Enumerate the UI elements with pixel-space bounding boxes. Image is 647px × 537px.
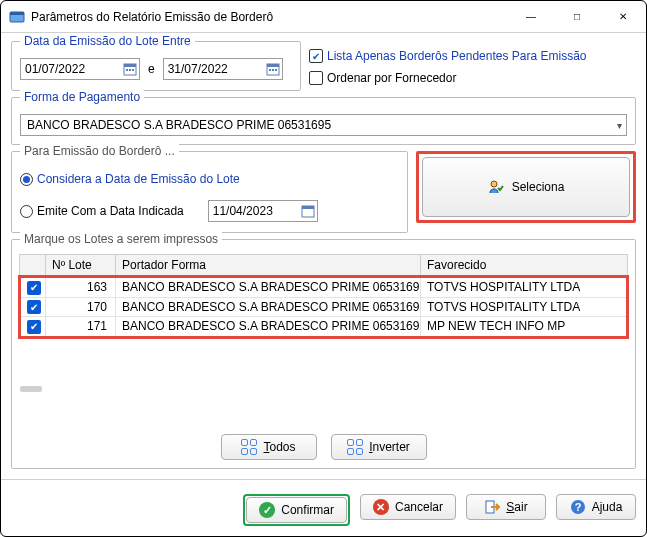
help-icon: ? [570, 499, 586, 515]
cell-favorecido: TOTVS HOSPITALITY LTDA [421, 297, 628, 317]
pending-only-checkbox[interactable]: Lista Apenas Borderôs Pendentes Para Emi… [309, 47, 636, 65]
select-button-label: Seleciona [512, 180, 565, 194]
cell-favorecido: TOTVS HOSPITALITY LTDA [421, 277, 628, 298]
order-by-supplier-label: Ordenar por Fornecedor [327, 71, 456, 85]
payment-method-legend: Forma de Pagamento [20, 90, 144, 104]
cell-portador: BANCO BRADESCO S.A BRADESCO PRIME 065316… [116, 277, 421, 298]
col-check[interactable] [20, 255, 46, 277]
row-checkbox[interactable] [27, 300, 41, 314]
confirm-label: Confirmar [281, 503, 334, 517]
svg-rect-8 [267, 64, 279, 67]
svg-rect-6 [132, 69, 134, 71]
dialog-buttons: ✓ Confirmar ✕ Cancelar Sair ? Ajuda [11, 492, 636, 526]
cancel-label: Cancelar [395, 500, 443, 514]
calendar-icon[interactable] [123, 62, 137, 76]
calendar-icon[interactable] [266, 62, 280, 76]
emit-date-input[interactable]: 11/04/2023 [208, 200, 318, 222]
emission-legend: Para Emissão do Borderô ... [20, 144, 179, 158]
confirm-button[interactable]: ✓ Confirmar [246, 497, 347, 523]
grid-resize-grip[interactable] [20, 386, 42, 392]
row-checkbox[interactable] [27, 281, 41, 295]
close-button[interactable]: ✕ [600, 1, 646, 33]
lots-table-group: Marque os Lotes a serem impressos Nº Lot… [11, 239, 636, 469]
minimize-button[interactable]: — [508, 1, 554, 33]
invert-selection-button[interactable]: Inverter [331, 434, 427, 460]
select-button-highlight: Seleciona [416, 151, 636, 223]
radio-considers-lot-date[interactable]: Considera a Data de Emissão do Lote [20, 170, 399, 188]
exit-label-rest: air [514, 500, 527, 514]
bordero-report-params-window: Parâmetros do Relatório Emissão de Borde… [0, 0, 647, 537]
select-button[interactable]: Seleciona [422, 157, 630, 217]
row-checkbox[interactable] [27, 320, 41, 334]
cell-lote: 163 [46, 277, 116, 298]
lots-table: Nº Lote Portador Forma Favorecido 163BAN… [18, 254, 629, 339]
radio-considers-label: Considera a Data de Emissão do Lote [37, 172, 240, 186]
app-icon [9, 9, 25, 25]
emission-group: Para Emissão do Borderô ... Considera a … [11, 151, 408, 233]
select-all-button[interactable]: Todos [221, 434, 317, 460]
svg-rect-9 [269, 69, 271, 71]
svg-text:?: ? [574, 501, 581, 513]
svg-rect-4 [126, 69, 128, 71]
grid-icon [347, 439, 363, 455]
pending-only-label: Lista Apenas Borderôs Pendentes Para Emi… [327, 49, 587, 63]
order-by-supplier-checkbox[interactable]: Ordenar por Fornecedor [309, 69, 636, 87]
payment-method-value: BANCO BRADESCO S.A BRADESCO PRIME 065316… [27, 118, 331, 132]
date-separator: e [148, 62, 155, 76]
svg-rect-1 [10, 12, 24, 15]
cell-lote: 170 [46, 297, 116, 317]
radio-icon [20, 205, 33, 218]
grid-icon [241, 439, 257, 455]
check-circle-icon: ✓ [259, 502, 275, 518]
cell-portador: BANCO BRADESCO S.A BRADESCO PRIME 065316… [116, 297, 421, 317]
svg-rect-11 [275, 69, 277, 71]
client-area: Data da Emissão do Lote Entre 01/07/2022… [1, 33, 646, 536]
svg-rect-10 [272, 69, 274, 71]
svg-rect-13 [302, 206, 314, 209]
date-to-value: 31/07/2022 [168, 62, 228, 76]
table-row[interactable]: 171BANCO BRADESCO S.A BRADESCO PRIME 065… [20, 317, 628, 338]
chevron-down-icon: ▾ [617, 120, 622, 131]
calendar-icon[interactable] [301, 204, 315, 218]
payment-method-group: Forma de Pagamento BANCO BRADESCO S.A BR… [11, 97, 636, 145]
help-button[interactable]: ? Ajuda [556, 494, 636, 520]
col-lote[interactable]: Nº Lote [46, 255, 116, 277]
cancel-button[interactable]: ✕ Cancelar [360, 494, 456, 520]
cell-favorecido: MP NEW TECH INFO MP [421, 317, 628, 338]
cell-lote: 171 [46, 317, 116, 338]
select-all-label-rest: odos [269, 440, 295, 454]
window-title: Parâmetros do Relatório Emissão de Borde… [31, 10, 508, 24]
radio-icon [20, 173, 33, 186]
titlebar: Parâmetros do Relatório Emissão de Borde… [1, 1, 646, 33]
grid-footer-buttons: Todos Inverter [18, 428, 629, 462]
svg-rect-3 [124, 64, 136, 67]
date-range-legend: Data da Emissão do Lote Entre [20, 34, 195, 48]
checkbox-icon [309, 49, 323, 63]
top-row: Data da Emissão do Lote Entre 01/07/2022… [11, 41, 636, 91]
radio-emit-label: Emite Com a Data Indicada [37, 204, 184, 218]
col-portador[interactable]: Portador Forma [116, 255, 421, 277]
date-to-input[interactable]: 31/07/2022 [163, 58, 283, 80]
lots-grid[interactable]: Nº Lote Portador Forma Favorecido 163BAN… [18, 254, 629, 428]
payment-method-select[interactable]: BANCO BRADESCO S.A BRADESCO PRIME 065316… [20, 114, 627, 136]
col-favorecido[interactable]: Favorecido [421, 255, 628, 277]
radio-emit-with-date[interactable]: Emite Com a Data Indicada 11/04/2023 [20, 202, 399, 220]
footer-divider [1, 479, 646, 480]
exit-button[interactable]: Sair [466, 494, 546, 520]
checkbox-icon [309, 71, 323, 85]
table-row[interactable]: 170BANCO BRADESCO S.A BRADESCO PRIME 065… [20, 297, 628, 317]
lots-table-legend: Marque os Lotes a serem impressos [20, 232, 222, 246]
maximize-button[interactable]: □ [554, 1, 600, 33]
help-label: Ajuda [592, 500, 623, 514]
exit-icon [484, 499, 500, 515]
date-from-value: 01/07/2022 [25, 62, 85, 76]
date-from-input[interactable]: 01/07/2022 [20, 58, 140, 80]
x-circle-icon: ✕ [373, 499, 389, 515]
cell-portador: BANCO BRADESCO S.A BRADESCO PRIME 065316… [116, 317, 421, 338]
emission-row: Para Emissão do Borderô ... Considera a … [11, 151, 636, 233]
emit-date-value: 11/04/2023 [213, 204, 273, 218]
confirm-highlight: ✓ Confirmar [243, 494, 350, 526]
table-row[interactable]: 163BANCO BRADESCO S.A BRADESCO PRIME 065… [20, 277, 628, 298]
select-person-icon [488, 179, 504, 195]
options-col: Lista Apenas Borderôs Pendentes Para Emi… [309, 41, 636, 87]
